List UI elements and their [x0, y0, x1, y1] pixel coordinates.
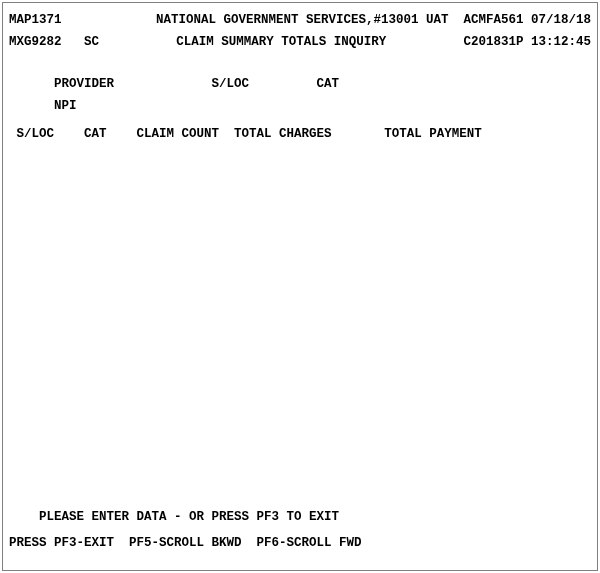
col-total-payment: TOTAL PAYMENT	[384, 127, 482, 141]
cycle-time: C201831P 13:12:45	[463, 33, 591, 51]
screen-title: CLAIM SUMMARY TOTALS INQUIRY	[176, 33, 386, 51]
column-headers: S/LOC CAT CLAIM COUNT TOTAL CHARGES TOTA…	[9, 125, 591, 143]
prompt-message: PLEASE ENTER DATA - OR PRESS PF3 TO EXIT	[9, 508, 591, 526]
col-claim-count: CLAIM COUNT	[137, 127, 220, 141]
col-sloc: S/LOC	[17, 127, 55, 141]
session-block: MXG9282 SC	[9, 33, 99, 51]
filter-row-2[interactable]: NPI	[9, 97, 591, 115]
mode: SC	[84, 35, 99, 49]
screen-id: MAP1371	[9, 11, 62, 29]
data-area	[9, 143, 591, 508]
system-banner: NATIONAL GOVERNMENT SERVICES,#13001 UAT …	[156, 11, 591, 29]
filter-row-1[interactable]: PROVIDER S/LOC CAT	[9, 75, 591, 93]
col-cat: CAT	[84, 127, 107, 141]
terminal-screen: MAP1371 NATIONAL GOVERNMENT SERVICES,#13…	[2, 2, 598, 571]
session-id: MXG9282	[9, 35, 62, 49]
pf-keys[interactable]: PRESS PF3-EXIT PF5-SCROLL BKWD PF6-SCROL…	[9, 534, 591, 552]
col-total-charges: TOTAL CHARGES	[234, 127, 332, 141]
prompt-text: PLEASE ENTER DATA - OR PRESS PF3 TO EXIT	[39, 510, 339, 524]
provider-label: PROVIDER	[54, 77, 114, 91]
npi-label: NPI	[54, 99, 77, 113]
sloc-label: S/LOC	[212, 77, 250, 91]
cat-label: CAT	[317, 77, 340, 91]
